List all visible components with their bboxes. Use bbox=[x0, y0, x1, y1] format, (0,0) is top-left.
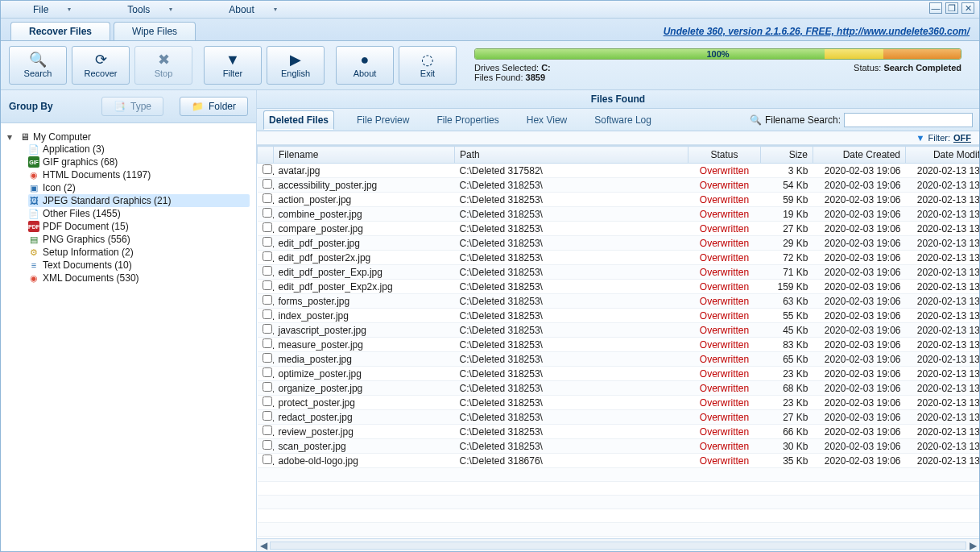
table-row[interactable]: edit_pdf_poster_Exp.jpgC:\Deleted 318253… bbox=[258, 265, 980, 280]
subtab-software-log[interactable]: Software Log bbox=[589, 111, 656, 129]
row-checkbox[interactable] bbox=[263, 454, 272, 464]
row-checkbox[interactable] bbox=[263, 295, 272, 305]
close-button[interactable]: ✕ bbox=[961, 2, 974, 14]
tree-other[interactable]: 📄Other Files (1455) bbox=[28, 207, 250, 220]
tree-pdf[interactable]: PDFPDF Document (15) bbox=[28, 220, 250, 233]
filename-search-input[interactable] bbox=[844, 113, 973, 127]
row-checkbox[interactable] bbox=[263, 208, 272, 218]
row-checkbox[interactable] bbox=[263, 222, 272, 232]
filter-value[interactable]: OFF bbox=[953, 133, 971, 143]
subtab-file-preview[interactable]: File Preview bbox=[352, 111, 414, 129]
tree-jpeg[interactable]: 🖼JPEG Standard Graphics (21) bbox=[28, 194, 250, 207]
table-row[interactable]: edit_pdf_poster_Exp2x.jpgC:\Deleted 3182… bbox=[258, 280, 980, 294]
cell-path: C:\Deleted 318253\ bbox=[455, 222, 688, 236]
table-row[interactable]: avatar.jpgC:\Deleted 317582\Overwritten3… bbox=[258, 164, 980, 178]
row-checkbox[interactable] bbox=[263, 251, 272, 261]
row-checkbox[interactable] bbox=[263, 164, 272, 174]
table-row[interactable]: measure_poster.jpgC:\Deleted 318253\Over… bbox=[258, 338, 980, 352]
table-row[interactable]: redact_poster.jpgC:\Deleted 318253\Overw… bbox=[258, 410, 980, 425]
tree-setup[interactable]: ⚙Setup Information (2) bbox=[28, 246, 250, 259]
row-checkbox[interactable] bbox=[263, 353, 272, 363]
table-row[interactable]: action_poster.jpgC:\Deleted 318253\Overw… bbox=[258, 193, 980, 207]
table-row[interactable]: javascript_poster.jpgC:\Deleted 318253\O… bbox=[258, 323, 980, 338]
table-row[interactable]: review_poster.jpgC:\Deleted 318253\Overw… bbox=[258, 425, 980, 439]
row-checkbox[interactable] bbox=[263, 280, 272, 290]
row-checkbox[interactable] bbox=[263, 396, 272, 406]
status-pane: 100% Drives Selected: C: Status: Search … bbox=[465, 46, 971, 85]
menu-tools[interactable]: Tools▾ bbox=[127, 4, 172, 15]
tree-html[interactable]: ◉HTML Documents (1197) bbox=[28, 168, 250, 181]
row-checkbox[interactable] bbox=[263, 179, 272, 189]
table-row[interactable]: edit_pdf_poster.jpgC:\Deleted 318253\Ove… bbox=[258, 236, 980, 251]
row-checkbox[interactable] bbox=[263, 193, 272, 203]
horizontal-scrollbar[interactable]: ◀ ▶ bbox=[257, 538, 979, 551]
subtab-hex-view[interactable]: Hex View bbox=[522, 111, 572, 129]
tree-application[interactable]: 📄Application (3) bbox=[28, 143, 250, 156]
menu-about[interactable]: About▾ bbox=[229, 4, 276, 15]
exit-button[interactable]: ◌Exit bbox=[399, 46, 457, 85]
scroll-right-icon[interactable]: ▶ bbox=[966, 540, 979, 551]
subtab-file-properties[interactable]: File Properties bbox=[432, 111, 503, 129]
brand-link[interactable]: Undelete 360, version 2.1.6.26, FREE, ht… bbox=[664, 26, 970, 40]
recover-button[interactable]: ⟳Recover bbox=[72, 46, 130, 85]
menu-file[interactable]: File▾ bbox=[33, 4, 71, 15]
tab-recover-files[interactable]: Recover Files bbox=[10, 22, 110, 40]
row-checkbox[interactable] bbox=[263, 266, 272, 276]
group-by-type-button[interactable]: 📑Type bbox=[101, 97, 163, 116]
tab-wipe-files[interactable]: Wipe Files bbox=[114, 22, 196, 40]
tree-gif[interactable]: GIFGIF graphics (68) bbox=[28, 156, 250, 168]
col-modified[interactable]: Date Modified bbox=[906, 147, 980, 164]
table-row[interactable]: accessibility_poster.jpgC:\Deleted 31825… bbox=[258, 178, 980, 193]
collapse-icon[interactable]: ▾ bbox=[7, 131, 17, 143]
row-checkbox[interactable] bbox=[263, 324, 272, 334]
maximize-button[interactable]: ❐ bbox=[945, 2, 958, 14]
tree-view[interactable]: ▾ 🖥 My Computer 📄Application (3)GIFGIF g… bbox=[1, 123, 256, 551]
col-chk[interactable] bbox=[258, 147, 274, 164]
col-filename[interactable]: Filename bbox=[274, 147, 455, 164]
tree-root[interactable]: ▾ 🖥 My Computer bbox=[7, 131, 250, 143]
table-row[interactable]: protect_poster.jpgC:\Deleted 318253\Over… bbox=[258, 396, 980, 410]
row-checkbox[interactable] bbox=[263, 338, 272, 348]
cell-path: C:\Deleted 318253\ bbox=[455, 251, 688, 265]
scroll-left-icon[interactable]: ◀ bbox=[257, 540, 270, 551]
row-checkbox[interactable] bbox=[263, 367, 272, 377]
table-row[interactable]: edit_pdf_poster2x.jpgC:\Deleted 318253\O… bbox=[258, 251, 980, 265]
group-by-folder-button[interactable]: 📁Folder bbox=[180, 97, 248, 116]
file-grid[interactable]: FilenamePathStatusSizeDate CreatedDate M… bbox=[257, 145, 979, 538]
table-row[interactable]: combine_poster.jpgC:\Deleted 318253\Over… bbox=[258, 207, 980, 222]
language-button[interactable]: ▶English bbox=[267, 46, 325, 85]
tree-xml[interactable]: ◉XML Documents (530) bbox=[28, 272, 250, 284]
filter-button[interactable]: ▼Filter bbox=[204, 46, 262, 85]
tree-icon-icon: ▣ bbox=[28, 182, 39, 193]
search-button[interactable]: 🔍Search bbox=[9, 46, 67, 85]
table-row[interactable]: media_poster.jpgC:\Deleted 318253\Overwr… bbox=[258, 352, 980, 367]
table-row[interactable]: forms_poster.jpgC:\Deleted 318253\Overwr… bbox=[258, 294, 980, 309]
col-path[interactable]: Path bbox=[455, 147, 688, 164]
table-row[interactable]: adobe-old-logo.jpgC:\Deleted 318676\Over… bbox=[258, 454, 980, 468]
tree-text[interactable]: ≡Text Documents (10) bbox=[28, 259, 250, 272]
table-row[interactable]: compare_poster.jpgC:\Deleted 318253\Over… bbox=[258, 222, 980, 236]
about-button[interactable]: ●About bbox=[336, 46, 394, 85]
table-row[interactable]: index_poster.jpgC:\Deleted 318253\Overwr… bbox=[258, 309, 980, 323]
table-row[interactable]: scan_poster.jpgC:\Deleted 318253\Overwri… bbox=[258, 439, 980, 454]
col-status[interactable]: Status bbox=[688, 147, 761, 164]
table-row[interactable]: organize_poster.jpgC:\Deleted 318253\Ove… bbox=[258, 381, 980, 396]
recover-button-icon: ⟳ bbox=[95, 52, 107, 67]
cell-path: C:\Deleted 318676\ bbox=[455, 454, 688, 468]
funnel-icon[interactable]: ▼ bbox=[916, 133, 925, 143]
table-row[interactable]: optimize_poster.jpgC:\Deleted 318253\Ove… bbox=[258, 367, 980, 381]
tree-png[interactable]: ▤PNG Graphics (556) bbox=[28, 233, 250, 246]
row-checkbox[interactable] bbox=[263, 411, 272, 421]
scroll-track[interactable] bbox=[270, 542, 966, 550]
row-checkbox[interactable] bbox=[263, 425, 272, 435]
minimize-button[interactable]: — bbox=[929, 2, 942, 14]
row-checkbox[interactable] bbox=[263, 309, 272, 319]
tree-icon[interactable]: ▣Icon (2) bbox=[28, 181, 250, 194]
row-checkbox[interactable] bbox=[263, 382, 272, 392]
tree-root-label: My Computer bbox=[33, 131, 91, 143]
row-checkbox[interactable] bbox=[263, 237, 272, 247]
row-checkbox[interactable] bbox=[263, 440, 272, 450]
col-size[interactable]: Size bbox=[761, 147, 813, 164]
subtab-deleted-files[interactable]: Deleted Files bbox=[263, 110, 334, 130]
col-created[interactable]: Date Created bbox=[813, 147, 906, 164]
